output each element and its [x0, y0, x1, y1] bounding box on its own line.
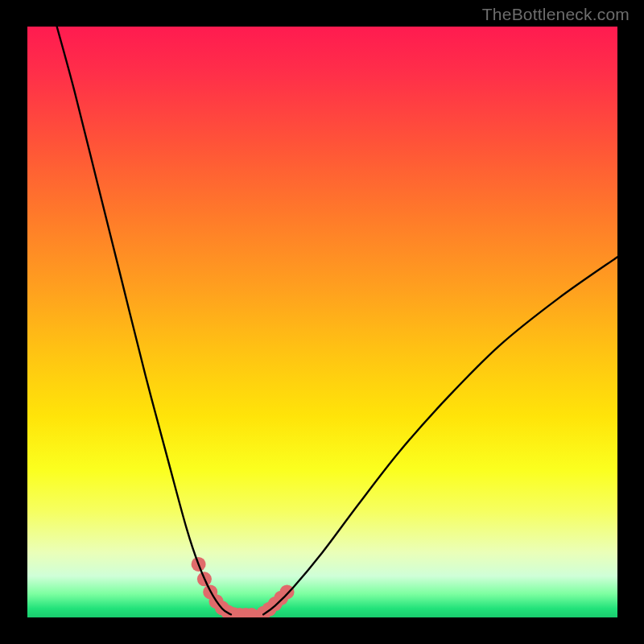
- marker-dot: [280, 584, 295, 599]
- chart-svg: [27, 27, 617, 617]
- plot-area: [27, 27, 617, 617]
- markers-group: [192, 557, 295, 617]
- chart-frame: TheBottleneck.com: [0, 0, 644, 644]
- right-branch-path: [263, 257, 617, 614]
- left-branch-path: [57, 27, 231, 614]
- watermark: TheBottleneck.com: [482, 5, 630, 24]
